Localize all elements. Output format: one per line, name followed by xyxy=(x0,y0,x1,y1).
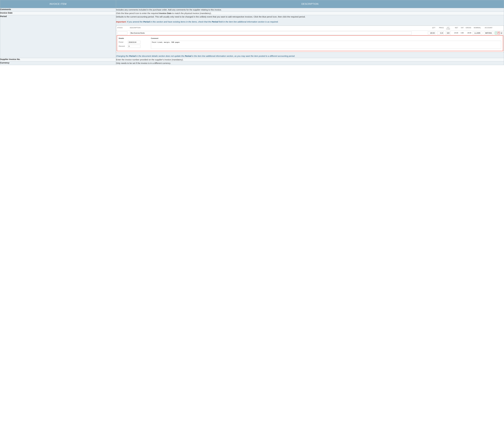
item-label-supplier: Supplier Invoice No. xyxy=(0,58,116,61)
mock-col-vatcode: VAT CODE xyxy=(445,26,452,30)
blue-note-bold1: Period xyxy=(129,55,136,57)
mock-check-button[interactable]: ✓ xyxy=(495,32,497,34)
mock-net-cell: 24.00 xyxy=(452,32,459,34)
row-comments: Comments Includes any comments included … xyxy=(0,8,504,12)
desc-invoicedate-end: to match the physical invoice (mandatory… xyxy=(172,12,212,14)
mock-details-title: Details xyxy=(119,37,147,40)
blue-note-block: Changing the Period in the document deta… xyxy=(116,54,504,58)
desc-invoicedate-intro: Click the blue pencil icon to enter the … xyxy=(116,12,159,14)
mock-discount-field[interactable]: Discount: xyxy=(119,45,147,48)
mock-expand-button[interactable]: ▲ xyxy=(500,32,503,34)
mock-col-gross: GROSS xyxy=(464,26,472,30)
mock-price-cell[interactable] xyxy=(436,31,445,35)
item-label-period: Period xyxy=(0,15,116,58)
mock-account-cell[interactable] xyxy=(483,31,494,35)
mock-desc-input[interactable] xyxy=(130,31,412,35)
period-para1: Defaults to the current accounting perio… xyxy=(116,15,504,18)
mock-desc-cell[interactable] xyxy=(130,31,426,35)
mock-col-account: ACCOUNT xyxy=(483,26,494,30)
mock-period-field[interactable]: Period: xyxy=(119,41,147,44)
blue-note-bold2: Period xyxy=(185,55,191,57)
row-invoice-date: Invoice Date Click the blue pencil icon … xyxy=(0,12,504,15)
mock-details-left: Details Period: Discount: xyxy=(119,37,147,50)
mock-col-nominal: NOMINAL xyxy=(472,26,483,30)
mock-stock-cell[interactable] xyxy=(117,31,130,35)
blue-note-2: in the document details section does not… xyxy=(136,55,185,57)
mock-comment-textarea[interactable]: Feint Lined, margin, 500 pages xyxy=(151,41,501,49)
mock-col-price: PRICE xyxy=(436,26,445,30)
table-header-row: INVOICE ITEM DESCRIPTION xyxy=(0,0,504,8)
mock-gross-cell: 28.80 xyxy=(464,32,472,34)
important-text2: in this section and have existing items … xyxy=(150,21,212,23)
mock-cancel-button[interactable]: ✕ xyxy=(498,32,500,34)
row-supplier-invoice: Supplier Invoice No. Enter the invoice n… xyxy=(0,58,504,61)
mock-qty-input[interactable] xyxy=(428,31,435,35)
mock-data-row: 24.00 4.80 28.80 ✓ ✕ ▲ xyxy=(116,31,504,35)
row-period: Period Defaults to the current accountin… xyxy=(0,15,504,58)
important-block: Important: If you amend the Period in th… xyxy=(116,20,504,24)
blue-note-3: in the item line additional information … xyxy=(191,55,295,57)
mock-period-input[interactable] xyxy=(128,41,141,44)
header-invoice-item: INVOICE ITEM xyxy=(0,0,116,8)
desc-invoicedate-bold: Invoice Date xyxy=(159,12,171,14)
mock-col-net: NET xyxy=(452,26,459,30)
mock-col-stock: STOCK xyxy=(117,26,130,30)
important-label: Important: xyxy=(116,21,126,23)
desc-invoice-date: Click the blue pencil icon to enter the … xyxy=(116,12,504,15)
mock-col-vat2: VAT xyxy=(459,26,464,30)
mock-vat2-cell: 4.80 xyxy=(459,32,464,34)
important-bold2: Period xyxy=(212,21,218,23)
item-label-invoice-date: Invoice Date xyxy=(0,12,116,15)
mock-discount-input[interactable] xyxy=(128,45,141,48)
mock-vatcode-input[interactable] xyxy=(446,31,451,35)
desc-period: Defaults to the current accounting perio… xyxy=(116,15,504,58)
row-currency: Currency Only needs to be set if the inv… xyxy=(0,61,504,65)
important-bold1: Period xyxy=(143,21,150,23)
mock-account-input[interactable] xyxy=(484,31,493,35)
invoice-mockup: STOCK DESCRIPTION QTY PRICE VAT CODE NET… xyxy=(116,25,504,53)
mock-vatcode-cell[interactable] xyxy=(445,31,452,35)
mock-details-section: Details Period: Discount: Comment xyxy=(117,35,503,51)
mock-qty-cell[interactable] xyxy=(426,31,436,35)
item-label-currency: Currency xyxy=(0,61,116,65)
mock-col-desc: DESCRIPTION xyxy=(130,26,426,30)
mock-discount-label: Discount: xyxy=(119,45,128,48)
mock-table-header: STOCK DESCRIPTION QTY PRICE VAT CODE NET… xyxy=(116,26,504,31)
important-text3: field in the item line additional inform… xyxy=(218,21,278,23)
mock-stock-input[interactable] xyxy=(117,31,127,35)
mock-actions-cell[interactable]: ✓ ✕ ▲ xyxy=(494,32,503,34)
mock-comment-title: Comment xyxy=(151,37,501,40)
mock-details-right: Comment Feint Lined, margin, 500 pages xyxy=(151,37,501,50)
blue-note-1: Changing the xyxy=(116,55,129,57)
invoice-items-table: INVOICE ITEM DESCRIPTION Comments Includ… xyxy=(0,0,504,65)
mock-col-qty: QTY xyxy=(426,26,436,30)
mock-nominal-cell[interactable] xyxy=(472,31,483,35)
desc-currency: Only needs to be set if the invoice is i… xyxy=(116,61,504,65)
mock-price-input[interactable] xyxy=(437,31,444,35)
mock-col-actions xyxy=(494,26,503,30)
header-description: DESCRIPTION xyxy=(116,0,504,8)
mock-nominal-input[interactable] xyxy=(473,31,482,35)
mock-comment-field[interactable]: Feint Lined, margin, 500 pages xyxy=(151,41,501,49)
item-label-comments: Comments xyxy=(0,8,116,12)
important-text1: If you amend the xyxy=(126,21,143,23)
desc-comments: Includes any comments included in the pu… xyxy=(116,8,504,12)
mock-period-label: Period: xyxy=(119,41,128,43)
desc-supplier: Enter the invoice number provided on the… xyxy=(116,58,504,61)
